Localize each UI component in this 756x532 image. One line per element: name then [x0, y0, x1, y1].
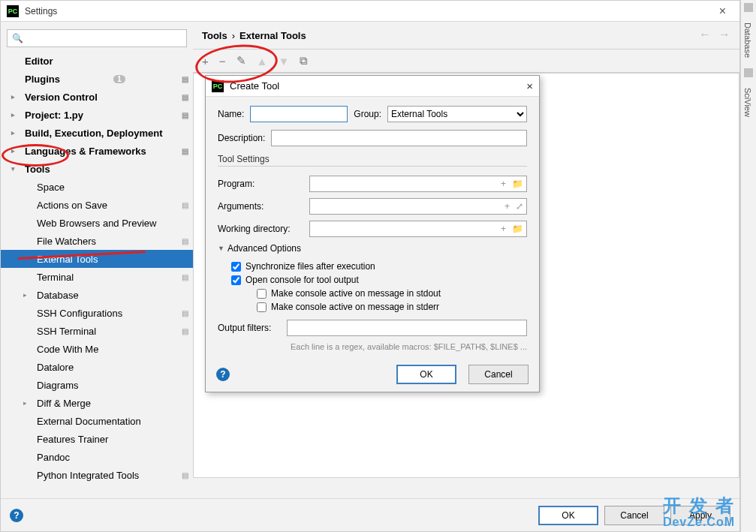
dialog-title: Create Tool: [230, 80, 279, 92]
sidebar-item-editor[interactable]: Editor: [1, 52, 193, 70]
sidebar-item-ssh-configurations[interactable]: SSH Configurations▤: [1, 304, 193, 322]
sidebar-item-features-trainer[interactable]: Features Trainer: [1, 430, 193, 448]
sidebar-item-label: Code With Me: [37, 344, 98, 355]
badge: 1: [113, 75, 125, 83]
sidebar-item-external-documentation[interactable]: External Documentation: [1, 412, 193, 430]
sidebar-item-space[interactable]: Space: [1, 178, 193, 196]
gear-icon: ▤: [182, 75, 188, 83]
search-input[interactable]: [26, 33, 182, 44]
ok-button[interactable]: OK: [538, 506, 598, 525]
dialog-close-button[interactable]: ×: [526, 80, 533, 92]
sidebar-item-plugins[interactable]: Plugins1▤: [1, 70, 193, 88]
dialog-cancel-button[interactable]: Cancel: [468, 365, 529, 384]
nav-back-icon[interactable]: ←: [699, 28, 711, 41]
chevron-right-icon: ▸: [23, 399, 27, 407]
sidebar-item-languages-frameworks[interactable]: ▸Languages & Frameworks▤: [1, 142, 193, 160]
stderr-checkbox[interactable]: [257, 302, 267, 312]
sidebar-item-diagrams[interactable]: Diagrams: [1, 376, 193, 394]
sidebar: 🔍 EditorPlugins1▤▸Version Control▤▸Proje…: [1, 22, 193, 498]
rail-icon[interactable]: [744, 3, 753, 12]
insert-macro-icon[interactable]: +: [498, 179, 509, 189]
sidebar-item-terminal[interactable]: Terminal▤: [1, 268, 193, 286]
sync-files-label: Synchronize files after execution: [245, 261, 375, 272]
remove-button[interactable]: −: [219, 55, 226, 68]
sidebar-item-label: File Watchers: [37, 236, 96, 247]
open-console-label: Open console for tool output: [245, 275, 359, 285]
sync-files-checkbox[interactable]: [231, 262, 241, 272]
sidebar-search[interactable]: 🔍: [7, 29, 187, 47]
arguments-input[interactable]: [310, 201, 501, 212]
breadcrumb-leaf: External Tools: [239, 30, 306, 41]
working-dir-input[interactable]: [310, 224, 498, 234]
breadcrumb-root[interactable]: Tools: [202, 30, 227, 41]
sidebar-item-datalore[interactable]: Datalore: [1, 358, 193, 376]
output-filters-input[interactable]: [288, 323, 526, 333]
advanced-options-toggle[interactable]: ▼ Advanced Options: [218, 243, 527, 254]
move-down-button[interactable]: ▼: [278, 55, 289, 68]
sidebar-item-label: External Documentation: [37, 416, 141, 427]
stderr-label: Make console active on message in stderr: [271, 302, 439, 312]
chevron-right-icon: ▸: [11, 129, 15, 137]
description-input[interactable]: [271, 130, 527, 146]
sidebar-item-pandoc[interactable]: Pandoc: [1, 448, 193, 466]
working-dir-label: Working directory:: [218, 224, 305, 234]
sidebar-item-label: Python Integrated Tools: [37, 470, 139, 481]
gear-icon: ▤: [182, 111, 188, 119]
sidebar-item-diff-merge[interactable]: ▸Diff & Merge: [1, 394, 193, 412]
sidebar-item-label: Tools: [25, 164, 50, 175]
sidebar-item-label: Languages & Frameworks: [25, 146, 146, 157]
sidebar-item-label: Version Control: [25, 92, 98, 103]
sidebar-item-build-execution-deployment[interactable]: ▸Build, Execution, Deployment: [1, 124, 193, 142]
insert-macro-icon[interactable]: +: [501, 201, 513, 212]
move-up-button[interactable]: ▲: [257, 55, 268, 68]
sidebar-item-label: Datalore: [37, 362, 74, 373]
sciview-rail-tab[interactable]: SciView: [741, 80, 754, 125]
open-console-checkbox[interactable]: [231, 275, 241, 285]
stdout-label: Make console active on message in stdout: [271, 288, 441, 299]
window-close-button[interactable]: ×: [712, 5, 733, 18]
sidebar-item-ssh-terminal[interactable]: SSH Terminal▤: [1, 322, 193, 340]
sidebar-item-label: Space: [37, 182, 65, 193]
filters-hint: Each line is a regex, available macros: …: [218, 342, 527, 351]
breadcrumb-sep: ›: [232, 30, 235, 41]
dialog-titlebar: PC Create Tool ×: [206, 76, 539, 97]
sidebar-item-label: Plugins: [25, 74, 60, 85]
tool-settings-heading: Tool Settings: [218, 154, 527, 167]
add-button[interactable]: +: [202, 55, 209, 68]
gear-icon: ▤: [182, 471, 188, 479]
help-button[interactable]: ?: [10, 509, 23, 522]
gear-icon: ▤: [182, 201, 188, 209]
description-label: Description:: [218, 133, 265, 143]
sidebar-item-version-control[interactable]: ▸Version Control▤: [1, 88, 193, 106]
chevron-right-icon: ▸: [11, 93, 15, 101]
browse-icon[interactable]: 📁: [509, 224, 526, 234]
sidebar-item-code-with-me[interactable]: Code With Me: [1, 340, 193, 358]
sidebar-item-label: Build, Execution, Deployment: [25, 128, 162, 139]
name-input[interactable]: [250, 106, 348, 122]
expand-icon[interactable]: ⤢: [513, 201, 526, 212]
program-input[interactable]: [310, 179, 498, 189]
sidebar-item-project-1-py[interactable]: ▸Project: 1.py▤: [1, 106, 193, 124]
sidebar-item-tools[interactable]: ▾Tools: [1, 160, 193, 178]
stdout-checkbox[interactable]: [257, 289, 267, 299]
cancel-button[interactable]: Cancel: [604, 506, 664, 525]
nav-forward-icon[interactable]: →: [718, 28, 730, 41]
sidebar-item-actions-on-save[interactable]: Actions on Save▤: [1, 196, 193, 214]
group-select[interactable]: External Tools: [387, 106, 527, 122]
browse-icon[interactable]: 📁: [509, 179, 526, 189]
sidebar-item-file-watchers[interactable]: File Watchers▤: [1, 232, 193, 250]
database-rail-tab[interactable]: Database: [741, 15, 754, 65]
sidebar-item-web-browsers-and-preview[interactable]: Web Browsers and Preview: [1, 214, 193, 232]
group-label: Group:: [354, 109, 381, 119]
create-tool-dialog: PC Create Tool × Name: Group: External T…: [205, 75, 540, 392]
dialog-ok-button[interactable]: OK: [396, 365, 456, 384]
sidebar-item-python-integrated-tools[interactable]: Python Integrated Tools▤: [1, 466, 193, 484]
sidebar-item-label: Editor: [25, 56, 53, 67]
insert-macro-icon[interactable]: +: [498, 224, 509, 234]
edit-button[interactable]: ✎: [236, 54, 246, 68]
sidebar-item-database[interactable]: ▸Database: [1, 286, 193, 304]
sidebar-item-label: Web Browsers and Preview: [37, 218, 156, 229]
copy-button[interactable]: ⧉: [300, 54, 308, 68]
dialog-help-button[interactable]: ?: [216, 368, 230, 381]
rail-icon[interactable]: [744, 68, 753, 77]
